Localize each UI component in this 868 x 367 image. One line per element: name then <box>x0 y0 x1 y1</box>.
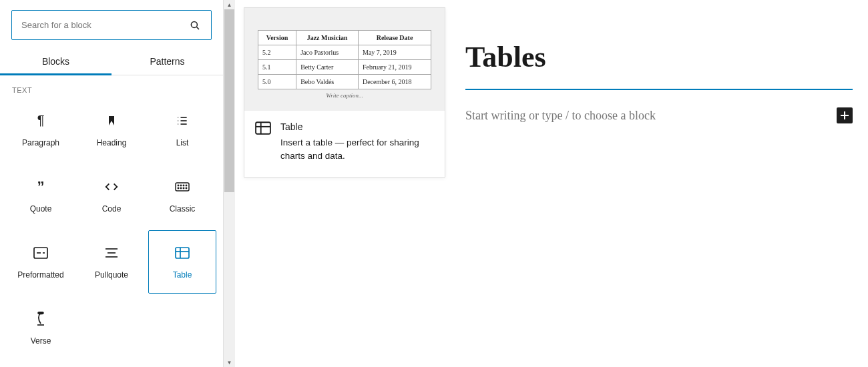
quote-icon: ” <box>33 179 49 195</box>
svg-point-14 <box>180 188 181 188</box>
add-block-button[interactable] <box>837 107 853 123</box>
svg-point-10 <box>180 185 181 186</box>
svg-point-26 <box>38 312 43 314</box>
svg-rect-8 <box>176 183 189 191</box>
search-field[interactable] <box>11 10 212 40</box>
table-cell: Betty Carter <box>296 60 359 75</box>
inserter-tabs: Blocks Patterns <box>0 47 223 75</box>
table-header: Release Date <box>359 31 431 45</box>
pullquote-icon <box>103 245 120 261</box>
block-pullquote[interactable]: Pullquote <box>77 230 146 294</box>
table-cell: 5.2 <box>258 45 296 60</box>
search-icon <box>188 19 202 32</box>
table-icon <box>174 245 190 261</box>
title-divider <box>465 89 853 90</box>
classic-icon <box>174 179 190 195</box>
block-label: Table <box>173 270 192 280</box>
block-preformatted[interactable]: Preformatted <box>7 230 75 294</box>
block-paragraph[interactable]: ¶ Paragraph <box>7 98 75 161</box>
tab-blocks[interactable]: Blocks <box>0 47 112 75</box>
section-label-text: TEXT <box>0 75 223 97</box>
preview-description: Table Insert a table — perfect for shari… <box>244 111 445 177</box>
page-title[interactable]: Tables <box>465 40 853 74</box>
paragraph-icon: ¶ <box>33 113 49 129</box>
table-cell: May 7, 2019 <box>359 45 431 60</box>
block-label: Preformatted <box>17 270 63 280</box>
table-cell: February 21, 2019 <box>359 60 431 75</box>
preformatted-icon <box>33 245 49 261</box>
code-icon <box>103 179 120 195</box>
block-inserter-panel: Blocks Patterns TEXT ¶ Paragraph Heading… <box>0 0 224 367</box>
block-quote[interactable]: ” Quote <box>7 164 75 228</box>
table-cell: Jaco Pastorius <box>296 45 359 60</box>
block-preview-popover: Version Jazz Musician Release Date 5.2 J… <box>244 7 445 177</box>
svg-line-1 <box>197 27 199 29</box>
block-code[interactable]: Code <box>77 164 146 228</box>
table-row: 5.2 Jaco Pastorius May 7, 2019 <box>258 45 431 60</box>
preview-canvas: Version Jazz Musician Release Date 5.2 J… <box>244 8 445 111</box>
table-cell: December 6, 2018 <box>359 75 431 89</box>
block-label: Quote <box>30 204 52 214</box>
block-label: Classic <box>170 204 196 214</box>
svg-point-16 <box>186 188 186 188</box>
svg-rect-28 <box>256 122 270 133</box>
svg-point-0 <box>191 21 197 27</box>
table-header: Jazz Musician <box>296 31 359 45</box>
panel-scrollbar[interactable]: ▲ ▼ <box>224 0 235 367</box>
block-list[interactable]: List <box>148 98 216 161</box>
scroll-down-icon[interactable]: ▼ <box>224 358 235 367</box>
verse-icon <box>33 311 49 327</box>
preview-table: Version Jazz Musician Release Date 5.2 J… <box>258 30 431 89</box>
block-label: Verse <box>31 336 51 346</box>
svg-point-15 <box>183 188 184 188</box>
heading-icon <box>103 113 120 129</box>
block-table[interactable]: Table <box>148 230 216 294</box>
search-input[interactable] <box>21 20 188 30</box>
block-classic[interactable]: Classic <box>148 164 216 228</box>
table-header: Version <box>258 31 296 45</box>
block-label: Pullquote <box>95 270 128 280</box>
table-row: 5.1 Betty Carter February 21, 2019 <box>258 60 431 75</box>
inserter-scroll[interactable]: TEXT ¶ Paragraph Heading List ” Quote <box>0 75 223 367</box>
search-wrap <box>0 0 223 47</box>
block-label: Heading <box>97 138 127 147</box>
block-heading[interactable]: Heading <box>77 98 146 161</box>
block-verse[interactable]: Verse <box>7 296 75 360</box>
svg-point-13 <box>178 188 178 188</box>
list-icon <box>174 113 190 129</box>
block-grid: ¶ Paragraph Heading List ” Quote <box>0 97 223 361</box>
table-row: 5.0 Bebo Valdés December 6, 2018 <box>258 75 431 89</box>
editor-canvas: Tables Start writing or type / to choose… <box>465 40 853 123</box>
tab-patterns[interactable]: Patterns <box>112 47 223 75</box>
scroll-up-icon[interactable]: ▲ <box>224 0 235 9</box>
preview-caption: Write caption... <box>258 89 431 99</box>
table-icon <box>255 121 271 137</box>
preview-title: Table <box>280 121 434 132</box>
scrollbar-thumb[interactable] <box>224 9 234 192</box>
svg-point-12 <box>186 185 186 186</box>
block-label: Paragraph <box>22 138 59 147</box>
plus-icon <box>839 109 851 121</box>
svg-point-9 <box>178 185 178 186</box>
block-label: Code <box>102 204 122 214</box>
svg-point-11 <box>183 185 184 186</box>
editor-placeholder[interactable]: Start writing or type / to choose a bloc… <box>465 109 656 123</box>
block-label: List <box>176 138 189 147</box>
preview-text: Insert a table — perfect for sharing cha… <box>280 136 434 163</box>
table-cell: Bebo Valdés <box>296 75 359 89</box>
table-cell: 5.1 <box>258 60 296 75</box>
svg-rect-23 <box>176 248 189 258</box>
table-cell: 5.0 <box>258 75 296 89</box>
